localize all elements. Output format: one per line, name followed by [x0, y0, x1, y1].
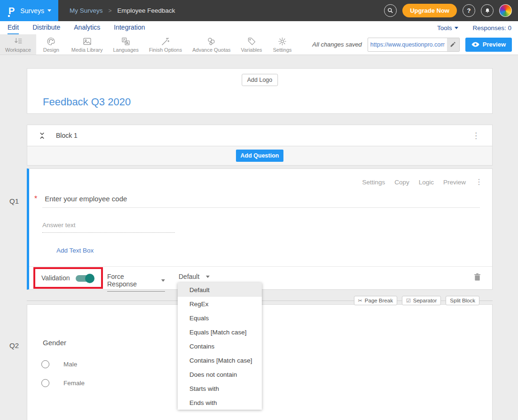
question-actions: Settings Copy Logic Preview ⋮: [362, 178, 483, 186]
workspace-icon: [13, 37, 23, 46]
questionpro-survey-editor: P Surveys My Surveys > Employee Feedback…: [0, 0, 518, 420]
add-question-button[interactable]: Add Question: [236, 150, 284, 162]
search-button[interactable]: [384, 4, 397, 17]
question-settings-link[interactable]: Settings: [362, 179, 385, 186]
pencil-icon: [450, 41, 456, 48]
chevron-down-icon: [47, 9, 51, 12]
checkbox-icon: ☑: [406, 298, 411, 304]
menu-item-ends-with[interactable]: Ends with: [178, 396, 262, 410]
question-preview-link[interactable]: Preview: [443, 179, 466, 186]
questionpro-logo-icon: P: [8, 6, 15, 16]
tab-analytics[interactable]: Analytics: [74, 21, 100, 34]
question-number-q2: Q2: [6, 341, 23, 349]
collapse-icon: [39, 132, 46, 140]
save-status: All changes saved: [312, 41, 362, 48]
add-question-strip: Add Question: [27, 146, 493, 166]
add-logo-button[interactable]: Add Logo: [242, 74, 278, 86]
survey-url-input[interactable]: [368, 41, 447, 48]
toolbar-item-languages[interactable]: Languages: [108, 34, 143, 55]
breadcrumb-current-survey: Employee Feedback: [118, 7, 175, 14]
top-navbar: P Surveys My Surveys > Employee Feedback…: [0, 0, 518, 21]
validation-toggle[interactable]: [76, 275, 94, 282]
toolbar-item-settings[interactable]: Settings: [267, 34, 298, 55]
scissors-icon: ✂: [358, 298, 362, 304]
breadcrumb-my-surveys[interactable]: My Surveys: [70, 7, 103, 14]
page-break-button[interactable]: ✂ Page Break: [354, 296, 397, 305]
block-title[interactable]: Block 1: [56, 132, 78, 139]
preview-button[interactable]: Preview: [465, 38, 512, 52]
menu-item-starts-with[interactable]: Starts with: [178, 381, 262, 396]
notifications-button[interactable]: [481, 4, 494, 17]
question-text-underline: [42, 207, 480, 208]
answer-text-field[interactable]: Answer text: [42, 222, 76, 229]
chevron-down-icon: [161, 279, 165, 282]
block-menu-button[interactable]: ⋮: [472, 132, 480, 140]
translate-icon: [121, 37, 131, 46]
menu-item-contains[interactable]: Contains: [178, 339, 262, 353]
tab-distribute[interactable]: Distribute: [32, 21, 60, 34]
tab-edit[interactable]: Edit: [8, 21, 19, 34]
chevron-down-icon: [206, 276, 210, 278]
add-text-box-link[interactable]: Add Text Box: [56, 247, 94, 254]
search-icon: [387, 7, 394, 14]
product-switcher[interactable]: P Surveys: [0, 0, 58, 21]
editor-toolbar: Workspace Design Media Library Languages…: [0, 34, 518, 55]
chain-links-icon: [206, 37, 216, 46]
tag-icon: [247, 37, 257, 46]
tools-menu[interactable]: Tools: [437, 24, 459, 32]
user-avatar[interactable]: [499, 4, 512, 17]
upgrade-now-button[interactable]: Upgrade Now: [402, 4, 457, 17]
radio-icon[interactable]: [41, 379, 49, 387]
validation-type-menu: Default RegEx Equals Equals [Match case]…: [178, 283, 262, 410]
split-block-button[interactable]: Split Block: [446, 296, 479, 305]
edit-url-button[interactable]: [447, 38, 459, 51]
question-number-q1: Q1: [6, 197, 23, 205]
magic-wand-icon: [161, 37, 171, 46]
image-icon: [82, 37, 92, 46]
survey-title[interactable]: Feedback Q3 2020: [43, 96, 131, 108]
collapse-block-button[interactable]: [39, 132, 46, 140]
menu-item-contains-match-case[interactable]: Contains [Match case]: [178, 353, 262, 367]
module-tabs: Edit Distribute Analytics Integration To…: [0, 21, 518, 34]
delete-question-button[interactable]: [474, 273, 481, 283]
product-menu-label: Surveys: [20, 7, 44, 15]
required-marker: *: [34, 195, 37, 203]
responses-count[interactable]: Responses: 0: [472, 24, 511, 32]
question-text-q2[interactable]: Gender: [43, 339, 66, 347]
tools-label: Tools: [437, 24, 452, 32]
answer-option-male[interactable]: Male: [41, 360, 77, 368]
breadcrumb-separator: >: [109, 8, 112, 14]
separator-button[interactable]: ☑ Separator: [402, 296, 441, 305]
force-response-dropdown[interactable]: Force Response: [107, 273, 165, 292]
answer-option-female[interactable]: Female: [41, 379, 85, 387]
question-mark-icon: ?: [467, 7, 471, 14]
answer-text-underline: [42, 232, 175, 233]
toolbar-item-media-library[interactable]: Media Library: [66, 34, 108, 55]
question-menu-button[interactable]: ⋮: [475, 178, 483, 186]
question-card-q1: Settings Copy Logic Preview ⋮ * Enter yo…: [27, 168, 493, 290]
menu-item-does-not-contain[interactable]: Does not contain: [178, 367, 262, 381]
breadcrumb: My Surveys > Employee Feedback: [70, 7, 175, 14]
menu-item-equals-match-case[interactable]: Equals [Match case]: [178, 325, 262, 339]
validation-label: Validation: [41, 274, 70, 282]
toolbar-item-design[interactable]: Design: [36, 34, 66, 55]
radio-icon[interactable]: [41, 360, 49, 368]
question-logic-link[interactable]: Logic: [419, 179, 434, 186]
menu-item-regex[interactable]: RegEx: [178, 297, 262, 311]
question-copy-link[interactable]: Copy: [394, 179, 409, 186]
toolbar-item-finish-options[interactable]: Finish Options: [144, 34, 187, 55]
toggle-knob: [85, 274, 94, 283]
tab-integration[interactable]: Integration: [114, 21, 145, 34]
topbar-actions: Upgrade Now ?: [384, 4, 518, 17]
block-header: Block 1 ⋮: [27, 125, 493, 146]
toolbar-item-workspace[interactable]: Workspace: [0, 34, 36, 55]
menu-item-default[interactable]: Default: [178, 283, 262, 297]
menu-item-equals[interactable]: Equals: [178, 311, 262, 325]
toolbar-item-advance-quotas[interactable]: Advance Quotas: [187, 34, 235, 55]
gear-icon: [277, 37, 287, 46]
help-button[interactable]: ?: [463, 4, 475, 17]
block-divider-tools: ✂ Page Break ☑ Separator Split Block: [354, 296, 479, 305]
survey-url-box: [368, 38, 460, 52]
question-text-q1[interactable]: Enter your employee code: [45, 195, 127, 203]
toolbar-item-variables[interactable]: Variables: [236, 34, 267, 55]
